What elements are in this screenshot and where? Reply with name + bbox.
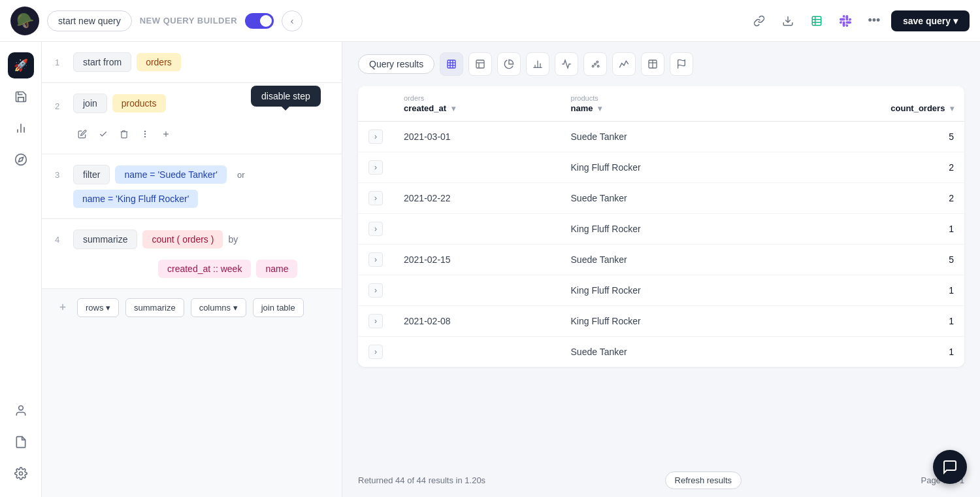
row-count: 1 [770,337,964,368]
viz-area-button[interactable] [612,52,636,76]
step-4-by-created-at[interactable]: created_at :: week [158,260,251,278]
row-name: Suede Tanker [561,337,770,368]
table-icon-button[interactable] [805,9,828,33]
name-col-header[interactable]: products name ▾ [561,86,770,122]
table-row: › King Fluff Rocker 2 [358,152,964,183]
svg-point-13 [144,131,145,131]
svg-point-29 [593,65,595,67]
row-expand-button[interactable]: › [368,160,383,175]
step-3-filter-2[interactable]: name = 'King Fluff Rocker' [73,190,198,208]
sidebar-item-save[interactable] [8,84,34,110]
step-2-verb[interactable]: join [73,94,107,113]
sidebar-item-settings[interactable] [8,460,34,487]
add-summarize-button[interactable]: summarize [125,298,184,317]
main-content: 🚀 1 start from orde [0,42,980,497]
viz-detail-button[interactable] [468,52,492,76]
row-count: 1 [770,306,964,337]
sidebar-item-rocket[interactable]: 🚀 [8,52,34,78]
svg-point-11 [19,472,22,475]
sidebar-item-user[interactable] [8,398,34,424]
sidebar-item-chart[interactable] [8,115,34,141]
download-icon-button[interactable] [776,9,800,33]
svg-rect-1 [812,16,821,26]
collapse-button[interactable]: ‹ [282,10,302,31]
step-2-edit-button[interactable] [73,125,91,143]
row-expand-cell[interactable]: › [358,214,393,245]
sidebar: 🚀 [0,42,42,497]
row-expand-button[interactable]: › [368,314,383,328]
row-expand-cell[interactable]: › [358,122,393,152]
step-1-number: 1 [55,52,65,67]
step-1-table-orders[interactable]: orders [137,53,181,71]
row-expand-cell[interactable]: › [358,275,393,306]
row-count: 1 [770,275,964,306]
created-at-sort-icon[interactable]: ▾ [451,104,455,113]
results-table: orders created_at ▾ products name ▾ coun… [358,86,964,367]
chat-fab-button[interactable] [933,450,967,484]
row-expand-button[interactable]: › [368,283,383,298]
row-created-at: 2021-02-22 [393,183,561,214]
row-count: 2 [770,183,964,214]
viz-flag-button[interactable] [670,52,693,76]
add-rows-button[interactable]: rows ▾ [77,298,119,317]
results-panel: Query results [342,42,980,497]
row-created-at: 2021-02-15 [393,245,561,275]
add-step-plus-icon[interactable]: + [55,300,71,316]
link-icon-button[interactable] [747,9,771,33]
viz-table-button[interactable] [440,52,463,76]
step-2-table-products[interactable]: products [112,94,166,112]
step-4-by-name[interactable]: name [256,260,297,278]
row-name: Suede Tanker [561,183,770,214]
step-2-delete-button[interactable] [115,125,133,143]
viz-bar-button[interactable] [526,52,549,76]
query-results-tab[interactable]: Query results [358,54,434,74]
step-2-content: join products [73,94,166,113]
name-sort-icon[interactable]: ▾ [598,104,602,113]
data-table-wrapper: orders created_at ▾ products name ▾ coun… [342,86,980,464]
slack-icon-button[interactable] [834,9,857,33]
viz-pivot-button[interactable] [641,52,664,76]
viz-scatter-button[interactable] [583,52,607,76]
row-expand-cell[interactable]: › [358,152,393,183]
row-created-at [393,275,561,306]
save-query-button[interactable]: save query ▾ [891,10,970,31]
table-row: › King Fluff Rocker 1 [358,214,964,245]
sidebar-item-file[interactable] [8,429,34,455]
step-2-add-button[interactable] [157,125,175,143]
row-expand-button[interactable]: › [368,345,383,359]
step-2-check-button[interactable] [94,125,112,143]
viz-line-button[interactable] [555,52,578,76]
new-query-builder-toggle[interactable] [245,13,274,29]
row-expand-cell[interactable]: › [358,183,393,214]
step-3-filter-1[interactable]: name = 'Suede Tanker' [115,165,226,184]
table-row: › 2021-02-22 Suede Tanker 2 [358,183,964,214]
add-columns-button[interactable]: columns ▾ [191,298,246,317]
refresh-results-button[interactable]: Refresh results [665,471,742,489]
row-expand-cell[interactable]: › [358,245,393,275]
step-4-verb[interactable]: summarize [73,230,137,249]
row-expand-button[interactable]: › [368,129,383,144]
row-expand-button[interactable]: › [368,191,383,205]
new-query-button[interactable]: start new query [47,10,132,31]
viz-pie-button[interactable] [497,52,521,76]
step-3-verb[interactable]: filter [73,165,110,184]
svg-point-10 [18,406,23,411]
sidebar-item-compass[interactable] [8,146,34,173]
row-expand-cell[interactable]: › [358,337,393,368]
svg-point-30 [596,61,598,63]
created-at-col-header[interactable]: orders created_at ▾ [393,86,561,122]
step-4-content: summarize count ( orders ) by created_at… [73,230,329,278]
svg-rect-17 [448,60,455,68]
step-2-move-button[interactable] [136,125,154,143]
row-created-at [393,337,561,368]
count-group-label [781,94,954,102]
row-expand-cell[interactable]: › [358,306,393,337]
count-sort-icon[interactable]: ▾ [950,104,954,113]
step-4-aggregate[interactable]: count ( orders ) [142,230,223,248]
step-1-verb[interactable]: start from [73,52,131,72]
row-expand-button[interactable]: › [368,252,383,267]
more-options-button[interactable]: ••• [862,9,886,33]
row-expand-button[interactable]: › [368,222,383,236]
count-orders-col-header[interactable]: count_orders ▾ [770,86,964,122]
add-join-table-button[interactable]: join table [253,298,304,317]
